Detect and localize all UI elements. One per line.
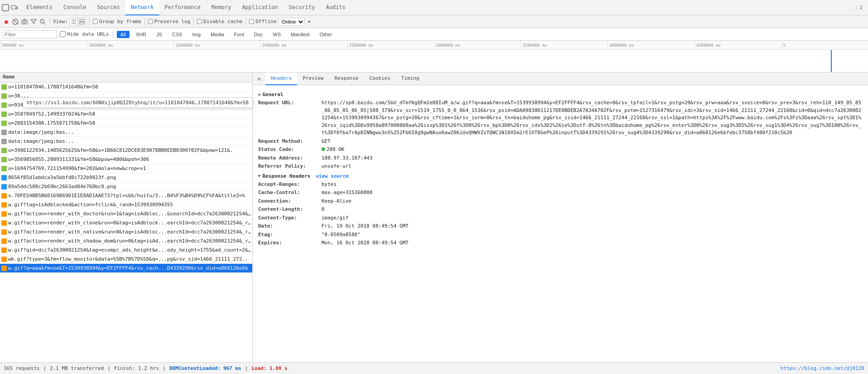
- group-by-frame-checkbox[interactable]: Group by frame: [93, 19, 141, 24]
- filter-icon[interactable]: [30, 18, 37, 25]
- table-row[interactable]: u=3587049752,1499337024&fm=58: [0, 110, 252, 119]
- close-button[interactable]: ×: [253, 73, 265, 85]
- table-row[interactable]: w.gif?action=render_with_clone&run=0&tag…: [0, 219, 252, 228]
- table-row[interactable]: wb.gif?type=3&fm=flow_monitor&data=%5B%7…: [0, 255, 252, 264]
- throttle-select[interactable]: Online: [278, 18, 305, 26]
- detail-body[interactable]: ▼ GeneralRequest URL:https://sp0.baidu.c…: [253, 85, 868, 362]
- row-type-icon: [1, 156, 7, 163]
- filter-type-other[interactable]: Other: [316, 31, 336, 38]
- table-row[interactable]: u=3986122934,1485625625&fm=58&s=1B66C812…: [0, 146, 252, 155]
- row-name: u=1684754769,721154990&fm=202&mola=new&c…: [8, 165, 251, 171]
- table-row[interactable]: w.gif?qid=dcc7a26300021254&tag=ecompc_ad…: [0, 246, 252, 255]
- table-row[interactable]: w.gif?tag=isAdblocked&action=fclick&_ran…: [0, 200, 252, 209]
- search-icon[interactable]: [39, 18, 46, 25]
- disable-cache-checkbox[interactable]: Disable cache: [197, 19, 242, 24]
- tab-performance[interactable]: Performance: [159, 0, 206, 15]
- row-name: data:image/jpeg;bas...: [8, 129, 251, 135]
- header-key: Connection:: [258, 198, 321, 205]
- table-row[interactable]: data:image/jpeg;bas...: [0, 137, 252, 146]
- tab-elements[interactable]: Elements: [21, 0, 58, 15]
- group-by-frame-input[interactable]: [93, 19, 98, 24]
- table-row[interactable]: u=2883154380,1755071758&fm=58: [0, 119, 252, 128]
- view-source-link[interactable]: view source: [316, 173, 349, 179]
- table-row[interactable]: u=1684754769,721154990&fm=202&mola=new&c…: [0, 164, 252, 173]
- request-list: Name u=1101847846,17887141648&fm=58u=38.…: [0, 73, 253, 362]
- view-large-btn[interactable]: [78, 18, 86, 26]
- timeline-tick: 4000000 ms: [608, 41, 695, 49]
- disable-cache-input[interactable]: [197, 19, 202, 24]
- filter-type-font[interactable]: Font: [230, 31, 248, 38]
- tab-security[interactable]: Security: [283, 0, 321, 15]
- timeline-tick: 5: [781, 41, 868, 49]
- svg-rect-5: [22, 20, 27, 24]
- header-key: Expires:: [258, 239, 321, 247]
- record-icon[interactable]: ●: [3, 18, 10, 25]
- main-area: Name u=1101847846,17887141648&fm=58u=38.…: [0, 73, 868, 362]
- tab-application[interactable]: Application: [236, 0, 283, 15]
- svg-rect-1: [11, 5, 16, 9]
- row-name: w.gif?tag=isAdblocked&action=fclick&_ran…: [8, 202, 251, 208]
- table-row[interactable]: v.70FE54BB5B60169869D1E1E8AD1AAE73?tpl=s…: [0, 191, 252, 200]
- table-row[interactable]: w.gif?q=aaa&fm=se&T=1539938994&y=EF2FFFF…: [0, 264, 252, 273]
- row-name: 8656f85d1abdca3a5bbfd8c722b9823f.png: [8, 175, 251, 180]
- responsive-icon[interactable]: [11, 4, 18, 11]
- header-row: Request URL:https://sp0.baidu.com/5bU_dT…: [258, 99, 863, 137]
- filter-type-manifest[interactable]: Manifest: [287, 31, 313, 38]
- response-headers-section-title[interactable]: ▼ Response Headers view source: [258, 173, 863, 179]
- row-type-icon: [1, 129, 7, 136]
- request-list-body[interactable]: u=1101847846,17887141648&fm=58u=38...u=9…: [0, 83, 252, 362]
- view-list-btn[interactable]: [70, 18, 78, 26]
- filter-type-media[interactable]: Media: [207, 31, 228, 38]
- filter-type-ws[interactable]: WS: [269, 31, 285, 38]
- tab-sources[interactable]: Sources: [91, 0, 125, 15]
- clear-icon[interactable]: [12, 18, 19, 25]
- filter-type-xhr[interactable]: XHR: [132, 31, 150, 38]
- detail-tab-timing[interactable]: Timing: [396, 73, 425, 85]
- table-row[interactable]: u=3569856855,2009311331&fm=58&bpow=480&b…: [0, 155, 252, 164]
- timeline-tick: 500000 ms: [0, 41, 87, 49]
- preserve-log-checkbox[interactable]: Preserve log: [148, 19, 190, 24]
- hide-data-urls-input[interactable]: [60, 31, 66, 37]
- detail-tab-preview[interactable]: Preview: [297, 73, 329, 85]
- header-row: Request Method:GET: [258, 138, 863, 146]
- header-key: Referrer Policy:: [258, 163, 321, 170]
- tab-network[interactable]: Network: [125, 0, 159, 15]
- tab-console[interactable]: Console: [58, 0, 92, 15]
- filter-type-all[interactable]: All: [117, 31, 129, 38]
- filter-type-css[interactable]: CSS: [168, 31, 186, 38]
- filter-sep: [113, 31, 113, 38]
- header-val: GET: [321, 138, 863, 146]
- camera-icon[interactable]: [21, 18, 28, 25]
- general-section-title[interactable]: ▼ General: [258, 92, 863, 97]
- detail-tab-cookies[interactable]: Cookies: [364, 73, 396, 85]
- view-toggle[interactable]: [70, 18, 86, 26]
- tab-audits[interactable]: Audits: [321, 0, 351, 15]
- detail-tab-headers[interactable]: Headers: [265, 73, 297, 85]
- offline-checkbox[interactable]: Offline: [249, 19, 276, 24]
- offline-input[interactable]: [249, 19, 254, 24]
- hide-data-urls-checkbox[interactable]: Hide data URLs: [60, 31, 109, 37]
- col-name-header: Name: [0, 73, 252, 82]
- tab-memory[interactable]: Memory: [206, 0, 236, 15]
- throttle-dropdown-icon[interactable]: ▾: [306, 18, 313, 25]
- devtools-icon[interactable]: [2, 4, 9, 11]
- table-row[interactable]: w.gif?action=render_with_native&run=0&ta…: [0, 228, 252, 237]
- preserve-log-input[interactable]: [148, 19, 153, 24]
- row-name: w.gif?action=render_with_shadow_dom&run=…: [8, 238, 251, 244]
- header-val: 0: [321, 206, 863, 214]
- filter-type-doc[interactable]: Doc: [250, 31, 267, 38]
- filter-type-js[interactable]: JS: [153, 31, 166, 38]
- sep3: |: [163, 365, 166, 371]
- filter-type-img[interactable]: Img: [189, 31, 204, 38]
- header-key: Request Method:: [258, 138, 321, 146]
- table-row[interactable]: 89a5ddc580c2b69bc2663ad84e768bc9.png: [0, 182, 252, 191]
- detail-tab-response[interactable]: Response: [329, 73, 364, 85]
- filter-input[interactable]: [3, 30, 57, 39]
- table-row[interactable]: u=1101847846,17887141648&fm=58: [0, 83, 252, 92]
- table-row[interactable]: w.gif?action=render_with_doctor&run=1&ta…: [0, 209, 252, 219]
- table-row[interactable]: w.gif?action=render_with_shadow_dom&run=…: [0, 237, 252, 246]
- table-row[interactable]: 8656f85d1abdca3a5bbfd8c722b9823f.png: [0, 173, 252, 182]
- row-name: wb.gif?type=3&fm=flow_monitor&data=%5B%7…: [8, 256, 251, 262]
- table-row[interactable]: data:image/jpeg;bas...: [0, 128, 252, 137]
- row-type-icon: [1, 102, 7, 108]
